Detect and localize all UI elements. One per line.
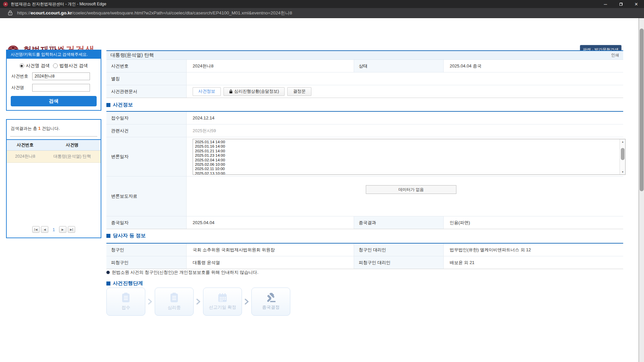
section-parties: 당사자 등 정보 bbox=[106, 232, 146, 239]
case-no-label: 사건번호 bbox=[106, 60, 187, 72]
respondent-label: 피청구인 bbox=[106, 256, 187, 269]
last-page-button[interactable]: ▶ bbox=[68, 226, 75, 233]
result-table: 사건번호 사건명 2024헌나8 대통령(윤석열) 탄핵 bbox=[7, 139, 101, 163]
section-bullet-icon bbox=[106, 103, 110, 107]
hearing-date-listbox[interactable]: 2025.01.14 14:00 2025.01.16 14:00 2025.0… bbox=[193, 139, 626, 175]
pagination: ◀ ◀ 1 ▶ ▶ bbox=[7, 226, 101, 233]
window-titlebar: 헌법재판소 전자헌법재판센터 - 개인 - Microsoft Edge ─ ✕ bbox=[0, 0, 644, 8]
case-number-input[interactable] bbox=[32, 72, 90, 80]
respondent-rep-value: 배보윤 외 21 bbox=[444, 256, 623, 269]
case-info-table: 접수일자 2024.12.14 관련사건 2025헌사59 변론일자 2025.… bbox=[106, 111, 623, 229]
case-number-label: 사건번호 bbox=[11, 73, 32, 79]
restore-icon bbox=[620, 3, 623, 6]
final-date-value: 2025.04.04 bbox=[187, 216, 354, 229]
close-button[interactable]: ✕ bbox=[629, 0, 644, 8]
step-receipt: 접수 bbox=[106, 288, 145, 316]
receipt-date-value: 2024.12.14 bbox=[187, 112, 623, 124]
prev-page-button[interactable]: ◀ bbox=[41, 226, 48, 233]
scroll-up-icon[interactable]: ▲ bbox=[620, 139, 626, 144]
section-bullet-icon bbox=[106, 281, 110, 286]
radio-case-name-search[interactable]: 사건명 검색 bbox=[19, 63, 50, 69]
status-label: 상태 bbox=[354, 60, 444, 72]
related-case-label: 관련사건 bbox=[106, 124, 187, 137]
step-in-review: 심리중 bbox=[155, 288, 194, 316]
lock-icon bbox=[229, 90, 233, 94]
print-link[interactable]: 인쇄 bbox=[611, 52, 619, 58]
step-label: 종국결정 bbox=[262, 304, 280, 310]
claimant-value: 국회 소추위원 국회법제사법위원회 위원장 bbox=[187, 244, 354, 256]
hearing-date-item: 2025.01.21 14:00 bbox=[195, 149, 623, 153]
case-overview-table: 대통령(윤석열) 탄핵 인쇄 사건번호 2024헌나8 상태 2025.04.0… bbox=[106, 50, 623, 98]
next-page-button[interactable]: ▶ bbox=[59, 226, 66, 233]
restore-button[interactable] bbox=[613, 0, 629, 8]
hearing-date-item: 2025.02.13 10:00 bbox=[195, 171, 623, 175]
site-header: 헌법재판소 Constitutional Court of Korea 사건검색… bbox=[0, 18, 644, 48]
result-table-header: 사건번호 사건명 bbox=[7, 140, 101, 151]
alias-value bbox=[187, 72, 623, 85]
browser-window: 헌법재판소 전자헌법재판센터 - 개인 - Microsoft Edge ─ ✕… bbox=[0, 0, 644, 362]
radio-statute-search[interactable]: 법령사건 검색 bbox=[53, 63, 88, 69]
decision-doc-button[interactable]: 결정문 bbox=[287, 87, 311, 96]
result-case-name[interactable]: 대통령(윤석열) 탄핵 bbox=[44, 151, 101, 162]
alias-label: 별칭 bbox=[106, 72, 187, 85]
page-scrollbar[interactable] bbox=[639, 18, 644, 362]
step-label: 접수 bbox=[121, 305, 130, 311]
url-text: https://ecourt.ccourt.go.kr/coelec/websq… bbox=[17, 10, 292, 16]
case-no-value: 2024헌나8 bbox=[187, 60, 354, 72]
hearing-scrollbar[interactable]: ▲ ▼ bbox=[620, 139, 625, 174]
hearing-date-item: 2025.01.14 14:00 bbox=[195, 140, 623, 144]
section-progress-title: 사건진행단계 bbox=[113, 280, 143, 287]
result-case-no[interactable]: 2024헌나8 bbox=[7, 151, 44, 162]
url-domain: ecourt.ccourt.go.kr bbox=[31, 10, 72, 15]
clipboard-icon bbox=[170, 293, 179, 303]
respondent-value: 대통령 윤석열 bbox=[187, 256, 354, 269]
hearing-status-doc-button[interactable]: 심리진행상황(송달정보) bbox=[224, 87, 285, 96]
step-label: 선고기일 확정 bbox=[209, 304, 236, 310]
radio-unselected-icon[interactable] bbox=[53, 63, 58, 68]
current-page: 1 bbox=[52, 227, 55, 232]
hearing-date-item: 2025.01.16 14:00 bbox=[195, 144, 623, 149]
first-page-button[interactable]: ◀ bbox=[32, 226, 40, 233]
search-button[interactable]: 검색 bbox=[11, 96, 97, 106]
clipboard-icon bbox=[121, 293, 130, 303]
page-scrollbar-thumb[interactable] bbox=[640, 29, 644, 191]
chevron-right-icon bbox=[194, 299, 203, 305]
claimant-rep-label: 청구인 대리인 bbox=[354, 244, 444, 256]
case-progress-steps: 접수 심리중 선고기일 확정 bbox=[106, 288, 290, 316]
step-ruling-date-set: 선고기일 확정 bbox=[203, 288, 242, 316]
radio-selected-icon[interactable] bbox=[19, 63, 24, 68]
final-result-label: 종국결과 bbox=[354, 216, 444, 229]
case-name-input[interactable] bbox=[32, 84, 90, 92]
search-panel-header: 사건명/키워드를 입력하시고 검색해주세요. bbox=[7, 50, 101, 59]
chevron-right-icon bbox=[242, 299, 251, 305]
result-row[interactable]: 2024헌나8 대통령(윤석열) 탄핵 bbox=[7, 151, 101, 163]
step-final-decision: 종국결정 bbox=[251, 288, 290, 316]
no-data-button[interactable]: 데이터가 없음 bbox=[366, 185, 456, 194]
scroll-down-icon[interactable]: ▼ bbox=[620, 169, 626, 174]
section-case-info-title: 사건정보 bbox=[113, 102, 133, 108]
hearing-date-cell: 2025.01.14 14:00 2025.01.16 14:00 2025.0… bbox=[187, 137, 629, 176]
address-bar[interactable]: https://ecourt.ccourt.go.kr/coelec/websq… bbox=[0, 8, 644, 18]
hearing-date-item: 2025.02.11 10:00 bbox=[195, 167, 623, 171]
status-value: 2025.04.04 종국 bbox=[444, 60, 623, 72]
case-name-label: 사건명 bbox=[11, 85, 32, 91]
final-result-value: 인용(파면) bbox=[444, 216, 623, 229]
radio-statute-label: 법령사건 검색 bbox=[59, 63, 88, 69]
related-case-value: 2025헌사59 bbox=[187, 124, 623, 137]
related-docs-label: 사건관련문서 bbox=[106, 85, 187, 98]
claimant-rep-value: 법무법인(유한) 엘케이비앤파트너스 외 12 bbox=[444, 244, 623, 256]
minimize-button[interactable]: ─ bbox=[598, 0, 613, 8]
scrollbar-thumb[interactable] bbox=[621, 148, 625, 160]
section-bullet-icon bbox=[106, 234, 110, 238]
hearing-date-item: 2025.02.06 10:00 bbox=[195, 162, 623, 167]
press-material-cell: 데이터가 없음 bbox=[187, 176, 623, 216]
case-info-doc-button[interactable]: 사건정보 bbox=[193, 87, 221, 96]
receipt-date-label: 접수일자 bbox=[106, 112, 187, 124]
final-date-label: 종국일자 bbox=[106, 216, 187, 229]
privacy-note-text: 헌법소원 사건의 청구인(신청인)은 개인정보보호를 위해 안내하지 않습니다. bbox=[112, 269, 258, 275]
hearing-date-item: 2025.01.23 14:00 bbox=[195, 153, 623, 158]
press-material-label: 변론보도자료 bbox=[106, 176, 187, 216]
calendar-icon bbox=[218, 293, 227, 302]
radio-case-name-label: 사건명 검색 bbox=[26, 63, 50, 69]
step-label: 심리중 bbox=[168, 305, 181, 311]
